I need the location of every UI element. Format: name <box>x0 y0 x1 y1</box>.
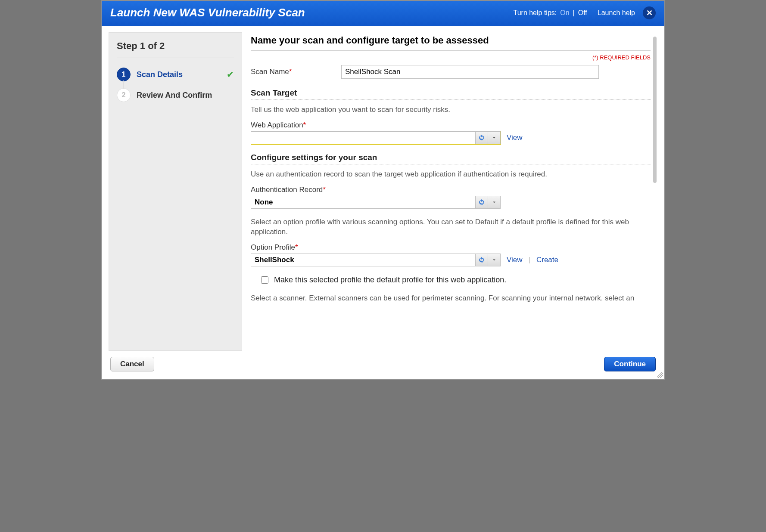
option-profile-view-link[interactable]: View <box>507 256 523 264</box>
required-asterisk: * <box>323 186 326 194</box>
launch-help-link[interactable]: Launch help <box>598 9 635 17</box>
option-profile-label-text: Option Profile <box>251 243 295 251</box>
scan-name-label: Scan Name* <box>251 68 333 76</box>
dialog-window: Launch New WAS Vulnerability Scan Turn h… <box>101 0 665 380</box>
option-profile-label: Option Profile* <box>251 243 651 252</box>
help-tips-off[interactable]: Off <box>578 9 587 17</box>
refresh-icon <box>478 134 485 141</box>
auth-record-dropdown-button[interactable] <box>488 196 500 208</box>
close-button[interactable]: ✕ <box>643 6 656 19</box>
sidebar: Step 1 of 2 1 Scan Details ✔ 2 Review An… <box>109 32 242 351</box>
option-profile-create-link[interactable]: Create <box>536 256 558 264</box>
auth-record-label: Authentication Record* <box>251 186 651 194</box>
chevron-down-icon <box>492 257 497 263</box>
resize-grip-icon[interactable] <box>657 372 663 378</box>
step-label-2: Review And Confirm <box>137 91 212 100</box>
chevron-down-icon <box>492 135 497 140</box>
option-profile-combo[interactable] <box>251 254 501 266</box>
help-tips-label: Turn help tips: <box>513 9 557 17</box>
step-number-1: 1 <box>117 68 131 81</box>
titlebar: Launch New WAS Vulnerability Scan Turn h… <box>102 1 664 26</box>
option-profile-dropdown-button[interactable] <box>488 254 500 266</box>
refresh-icon <box>478 199 485 206</box>
scan-name-input[interactable] <box>341 65 599 79</box>
auth-record-row <box>251 196 651 209</box>
configure-heading: Configure settings for your scan <box>251 153 651 162</box>
scan-target-rule <box>251 99 651 100</box>
web-app-view-link[interactable]: View <box>507 133 523 142</box>
auth-desc: Use an authentication record to scan the… <box>251 170 651 179</box>
web-app-row: View <box>251 131 651 144</box>
web-app-dropdown-button[interactable] <box>488 132 500 144</box>
step-number-2: 2 <box>117 88 131 102</box>
auth-record-input[interactable] <box>251 196 475 208</box>
profile-desc: Select an option profile with various sc… <box>251 217 651 237</box>
configure-rule <box>251 164 651 164</box>
default-profile-checkbox[interactable] <box>261 276 268 284</box>
auth-record-refresh-button[interactable] <box>475 196 488 208</box>
option-profile-refresh-button[interactable] <box>475 254 488 266</box>
step-label-1: Scan Details <box>137 70 183 79</box>
default-profile-row: Make this selected profile the default p… <box>259 275 651 285</box>
option-profile-row: View | Create <box>251 254 651 266</box>
step-review-confirm[interactable]: 2 Review And Confirm <box>117 85 234 105</box>
required-asterisk: * <box>303 121 306 129</box>
refresh-icon <box>478 257 485 263</box>
required-asterisk: * <box>289 68 292 76</box>
scan-name-label-text: Scan Name <box>251 68 289 76</box>
step-indicator: Step 1 of 2 <box>117 40 234 52</box>
web-app-input[interactable] <box>251 132 475 144</box>
scan-target-desc: Tell us the web application you want to … <box>251 105 651 115</box>
continue-button[interactable]: Continue <box>604 357 656 371</box>
scan-name-row: Scan Name* <box>251 65 651 79</box>
title-rule <box>251 50 651 51</box>
help-area: Turn help tips: On | Off Launch help ✕ <box>513 6 656 19</box>
scanner-desc: Select a scanner. External scanners can … <box>251 294 651 303</box>
auth-record-combo[interactable] <box>251 196 501 209</box>
web-app-refresh-button[interactable] <box>475 132 488 144</box>
option-profile-input[interactable] <box>251 254 475 266</box>
cancel-button[interactable]: Cancel <box>110 357 154 371</box>
required-fields-note: (*) REQUIRED FIELDS <box>251 54 651 61</box>
web-app-label: Web Application* <box>251 121 651 130</box>
chevron-down-icon <box>492 200 497 205</box>
help-tips-sep: | <box>573 9 575 17</box>
web-app-label-text: Web Application <box>251 121 303 129</box>
dialog-title: Launch New WAS Vulnerability Scan <box>110 6 513 19</box>
scan-target-heading: Scan Target <box>251 88 651 98</box>
help-tips-on[interactable]: On <box>560 9 569 17</box>
close-icon: ✕ <box>646 8 653 18</box>
footer: Cancel Continue <box>102 351 664 379</box>
link-separator: | <box>529 256 530 264</box>
required-asterisk: * <box>295 243 298 251</box>
default-profile-label: Make this selected profile the default p… <box>274 275 506 285</box>
checkmark-icon: ✔ <box>227 69 234 80</box>
main-panel: Name your scan and configure target to b… <box>251 32 657 351</box>
web-app-combo[interactable] <box>251 131 501 144</box>
scrollbar[interactable] <box>652 34 657 349</box>
auth-record-label-text: Authentication Record <box>251 186 323 194</box>
scrollbar-thumb[interactable] <box>653 37 657 183</box>
sidebar-rule <box>117 58 234 58</box>
step-scan-details[interactable]: 1 Scan Details ✔ <box>117 64 234 85</box>
page-title: Name your scan and configure target to b… <box>251 35 651 46</box>
dialog-body: Step 1 of 2 1 Scan Details ✔ 2 Review An… <box>102 26 664 351</box>
